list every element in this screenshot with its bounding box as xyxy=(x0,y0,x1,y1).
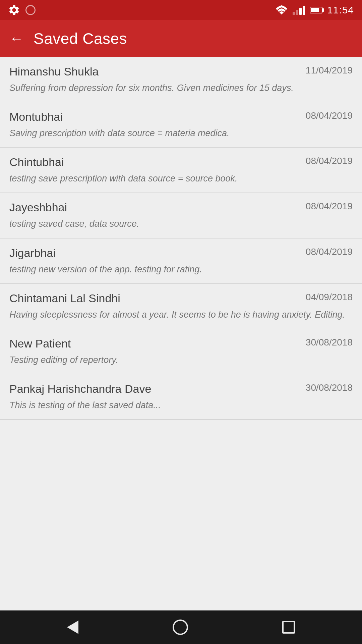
gear-icon xyxy=(8,4,20,16)
back-nav-button[interactable] xyxy=(67,621,78,634)
case-item[interactable]: Jigarbhai08/04/2019testing new version o… xyxy=(0,238,362,284)
case-name: Chintamani Lal Sindhi xyxy=(9,292,120,305)
recents-nav-icon xyxy=(282,621,295,634)
case-date: 08/04/2019 xyxy=(306,156,353,166)
case-date: 30/08/2018 xyxy=(306,337,353,348)
wifi-icon xyxy=(275,5,288,15)
case-description: testing saved case, data source. xyxy=(9,217,353,230)
status-bar-right: 11:54 xyxy=(275,4,354,16)
case-name: New Patient xyxy=(9,337,71,350)
case-description: Saving prescription with data source = m… xyxy=(9,127,353,140)
case-item[interactable]: Chintubhai08/04/2019testing save prescri… xyxy=(0,148,362,193)
home-nav-button[interactable] xyxy=(173,620,188,635)
loading-icon xyxy=(25,5,36,15)
case-name: Himanshu Shukla xyxy=(9,65,99,78)
page-title: Saved Cases xyxy=(34,30,127,48)
case-description: This is testing of the last saved data..… xyxy=(9,399,353,412)
case-description: Having sleeplessness for almost a year. … xyxy=(9,308,353,321)
case-name: Jigarbhai xyxy=(9,247,56,260)
case-item[interactable]: Montubhai08/04/2019Saving prescription w… xyxy=(0,102,362,148)
battery-icon xyxy=(310,7,322,13)
case-item[interactable]: Chintamani Lal Sindhi04/09/2018Having sl… xyxy=(0,284,362,329)
status-bar: 11:54 xyxy=(0,0,362,20)
case-description: testing new version of the app. testing … xyxy=(9,263,353,276)
home-nav-icon xyxy=(173,620,188,635)
case-description: Testing editing of repertory. xyxy=(9,354,353,367)
case-name: Chintubhai xyxy=(9,156,64,169)
case-name: Montubhai xyxy=(9,110,63,123)
cases-list: Himanshu Shukla11/04/2019Suffering from … xyxy=(0,57,362,610)
recents-nav-button[interactable] xyxy=(282,621,295,634)
case-date: 08/04/2019 xyxy=(306,247,353,257)
case-item[interactable]: Himanshu Shukla11/04/2019Suffering from … xyxy=(0,57,362,102)
app-bar: ← Saved Cases xyxy=(0,20,362,57)
case-date: 08/04/2019 xyxy=(306,110,353,121)
case-item[interactable]: Pankaj Harishchandra Dave30/08/2018This … xyxy=(0,374,362,420)
bottom-nav xyxy=(0,610,362,644)
signal-icon xyxy=(293,5,305,15)
case-description: testing save prescription with data sour… xyxy=(9,172,353,185)
status-bar-left xyxy=(8,4,36,16)
status-time: 11:54 xyxy=(327,4,354,16)
case-description: Suffering from depression for six months… xyxy=(9,82,353,95)
case-date: 11/04/2019 xyxy=(306,65,353,76)
case-name: Pankaj Harishchandra Dave xyxy=(9,382,151,395)
case-item[interactable]: New Patient30/08/2018Testing editing of … xyxy=(0,329,362,374)
case-name: Jayeshbhai xyxy=(9,201,67,214)
case-date: 08/04/2019 xyxy=(306,201,353,212)
case-item[interactable]: Jayeshbhai08/04/2019testing saved case, … xyxy=(0,193,362,238)
case-date: 04/09/2018 xyxy=(306,292,353,303)
case-date: 30/08/2018 xyxy=(306,382,353,393)
back-nav-icon xyxy=(67,621,78,634)
back-button[interactable]: ← xyxy=(9,32,23,46)
